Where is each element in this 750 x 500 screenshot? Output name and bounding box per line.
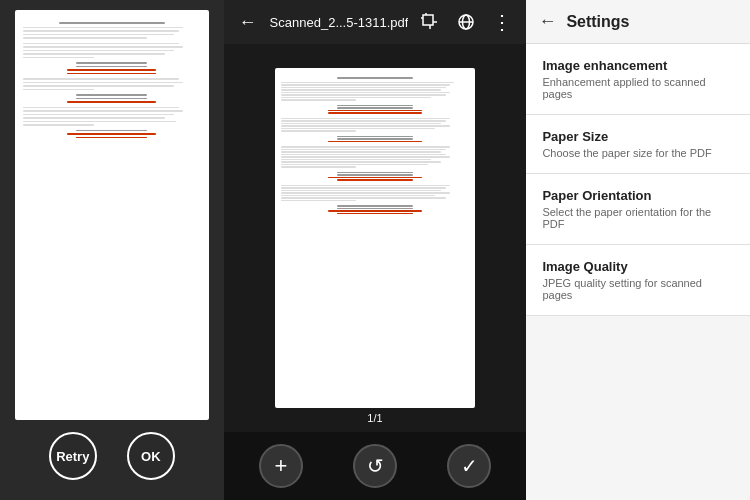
retry-button[interactable]: Retry [49,432,97,480]
settings-item-title: Paper Size [542,129,734,144]
center-back-button[interactable]: ← [232,6,264,38]
settings-item-desc: Select the paper orientation for the PDF [542,206,734,230]
right-header: ← Settings [526,0,750,44]
center-panel: ← Scanned_2...5-1311.pdf [224,0,527,500]
header-icons: ⋮ [414,6,518,38]
confirm-button[interactable]: ✓ [447,444,491,488]
settings-item-title: Image enhancement [542,58,734,73]
more-icon-button[interactable]: ⋮ [486,6,518,38]
left-doc-preview [15,10,209,420]
add-button[interactable]: + [259,444,303,488]
settings-list: Image enhancement Enhancement applied to… [526,44,750,500]
settings-item-title: Image Quality [542,259,734,274]
settings-item-title: Paper Orientation [542,188,734,203]
settings-item-desc: JPEG quality setting for scanned pages [542,277,734,301]
right-panel: ← Settings Image enhancement Enhancement… [526,0,750,500]
center-header: ← Scanned_2...5-1311.pdf [224,0,527,44]
settings-item-desc: Enhancement applied to scanned pages [542,76,734,100]
center-content: 1/1 [224,44,527,432]
crop-icon-button[interactable] [414,6,446,38]
settings-title: Settings [566,13,629,31]
settings-item-paper-orientation[interactable]: Paper Orientation Select the paper orien… [526,174,750,245]
globe-icon-button[interactable] [450,6,482,38]
settings-back-button[interactable]: ← [538,11,556,32]
settings-item-paper-size[interactable]: Paper Size Choose the paper size for the… [526,115,750,174]
page-number: 1/1 [367,412,382,424]
center-header-title: Scanned_2...5-1311.pdf [270,15,409,30]
rotate-button[interactable]: ↺ [353,444,397,488]
center-document [275,68,475,408]
ok-button[interactable]: OK [127,432,175,480]
left-bottom-buttons: Retry OK [49,432,175,480]
settings-item-desc: Choose the paper size for the PDF [542,147,734,159]
svg-rect-0 [423,15,433,25]
center-bottom-bar: + ↺ ✓ [224,432,527,500]
left-panel: Retry OK [0,0,224,500]
settings-item-image-quality[interactable]: Image Quality JPEG quality setting for s… [526,245,750,316]
settings-item-image-enhancement[interactable]: Image enhancement Enhancement applied to… [526,44,750,115]
